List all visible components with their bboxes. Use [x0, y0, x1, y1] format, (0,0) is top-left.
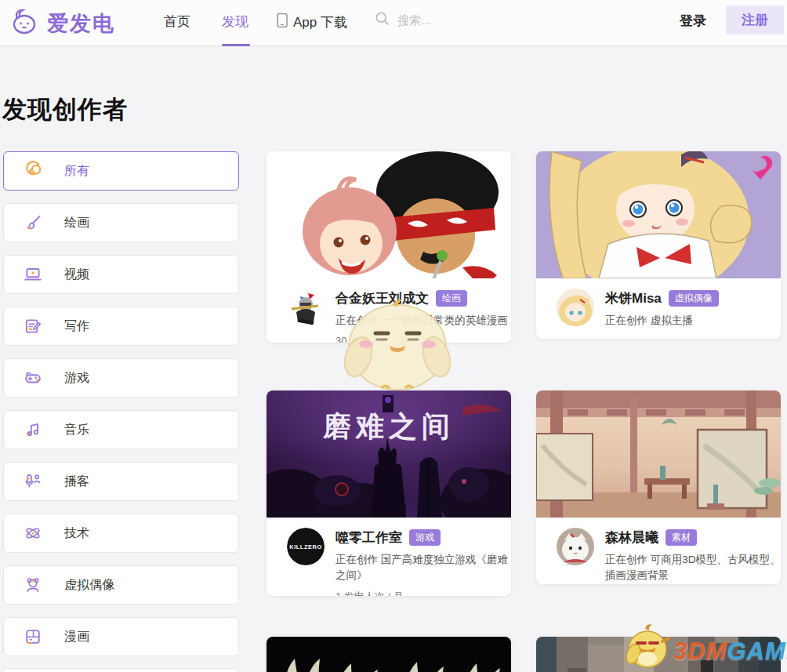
search-input[interactable] [396, 13, 517, 27]
creator-cover-pixelated [536, 637, 781, 672]
avatar [557, 289, 594, 326]
creator-cover-manga-duo [267, 151, 511, 278]
creator-desc: 正在创作 一个幽默日常类的英雄漫画 [335, 313, 511, 329]
brand[interactable]: 爱发电 [9, 7, 115, 40]
category-badge: 虚拟偶像 [669, 290, 719, 307]
creator-info: 森林晨曦 素材 正在创作 可商用3D模型、古风模型、插画漫画背景 [536, 518, 781, 584]
creator-cover-sculpture [267, 637, 511, 672]
creator-card[interactable]: 米饼Misa 虚拟偶像 正在创作 虚拟主播 [536, 151, 781, 339]
music-notes-icon [23, 420, 43, 440]
afdian-logo-icon [9, 7, 39, 40]
creator-card[interactable] [536, 637, 781, 672]
comic-panel-icon [23, 627, 43, 647]
creator-cover-vtuber-sketch [536, 151, 781, 278]
video-laptop-icon [23, 264, 43, 285]
sidebar-item-label: 技术 [64, 525, 89, 542]
sidebar-item-comics[interactable]: 漫画 [3, 617, 239, 656]
creator-desc: 正在创作 虚拟主播 [605, 313, 781, 329]
sidebar-item-label: 视频 [64, 267, 89, 283]
sidebar-item-virtual-idol[interactable]: 虚拟偶像 [3, 565, 239, 605]
podcast-mic-icon [23, 471, 43, 492]
paintbrush-icon [23, 212, 43, 233]
creator-name: 米饼Misa [605, 289, 662, 307]
brand-name: 爱发电 [47, 9, 115, 38]
sidebar-item-label: 漫画 [64, 629, 89, 645]
nav-home[interactable]: 首页 [164, 13, 190, 31]
creator-name: 合金妖王刘成文 [335, 289, 429, 307]
sidebar-item-painting[interactable]: 绘画 [3, 203, 239, 242]
creator-cover-chinese-interior [536, 390, 781, 518]
sidebar-item-technology[interactable]: 技术 [3, 514, 239, 553]
afdian-discover-page: 爱发电 首页 发现 App 下载 登录 注册 发现创 [0, 0, 787, 672]
phone-icon [276, 13, 288, 32]
sidebar-item-all[interactable]: 所有 [3, 151, 239, 191]
nav-app-download[interactable]: App 下载 [276, 13, 347, 32]
sidebar-item-label: 播客 [64, 474, 89, 490]
category-badge: 素材 [666, 529, 697, 546]
swirl-icon [23, 161, 43, 181]
creator-name: 森林晨曦 [605, 529, 658, 547]
sidebar-item-partial[interactable] [3, 668, 239, 672]
page-title: 发现创作者 [2, 93, 128, 126]
gamepad-icon [23, 368, 43, 388]
category-badge: 绘画 [436, 290, 467, 307]
category-badge: 游戏 [409, 529, 441, 546]
header: 爱发电 首页 发现 App 下载 登录 注册 [0, 0, 787, 46]
sidebar-item-label: 虚拟偶像 [64, 577, 114, 594]
sidebar-item-podcast[interactable]: 播客 [3, 462, 239, 501]
sidebar-item-label: 写作 [64, 318, 89, 335]
sidebar-item-label: 音乐 [64, 422, 89, 438]
search-icon [375, 11, 390, 29]
creator-desc: 正在创作 可商用3D模型、古风模型、插画漫画背景 [605, 552, 781, 584]
creator-info: 米饼Misa 虚拟偶像 正在创作 虚拟主播 [536, 278, 781, 336]
creator-cover-dark-game: 磨难之间 [267, 390, 511, 518]
vtuber-girl-icon [23, 575, 43, 595]
sidebar-item-video[interactable]: 视频 [3, 255, 239, 294]
atom-icon [23, 523, 43, 543]
cover-game-title: 磨难之间 [322, 411, 455, 442]
sidebar-item-music[interactable]: 音乐 [3, 410, 239, 449]
creator-info: 合金妖王刘成文 绘画 正在创作 一个幽默日常类的英雄漫画 30 发电人次 / 月 [267, 278, 511, 343]
sidebar-item-label: 绘画 [64, 215, 89, 231]
creator-info: KILLZERO 噬零工作室 游戏 正在创作 国产高难度独立游戏《磨难之间》 1… [267, 518, 511, 596]
creator-desc: 正在创作 国产高难度独立游戏《磨难之间》 [335, 552, 511, 584]
login-link[interactable]: 登录 [680, 12, 706, 30]
nav-discover[interactable]: 发现 [222, 13, 248, 31]
writing-icon [23, 316, 43, 336]
sidebar-item-writing[interactable]: 写作 [3, 307, 239, 346]
sidebar-item-label: 所有 [64, 163, 89, 180]
creator-card[interactable]: 磨难之间 KILLZERO 噬零工作室 游戏 正在创作 国产高难度独立游戏《 [267, 390, 511, 596]
sidebar-item-label: 游戏 [64, 370, 89, 387]
creator-card[interactable]: 合金妖王刘成文 绘画 正在创作 一个幽默日常类的英雄漫画 30 发电人次 / 月 [267, 151, 511, 343]
nav-app-label: App 下载 [293, 13, 347, 31]
creator-name: 噬零工作室 [335, 529, 402, 547]
avatar: KILLZERO [287, 528, 325, 565]
creator-stat: 1 发电人次 / 月 [335, 590, 511, 597]
creator-card[interactable]: 森林晨曦 素材 正在创作 可商用3D模型、古风模型、插画漫画背景 [536, 390, 781, 584]
creator-stat: 30 发电人次 / 月 [335, 334, 511, 343]
avatar [287, 289, 325, 326]
avatar [557, 528, 594, 565]
creator-card[interactable] [267, 637, 511, 672]
search-box [375, 11, 517, 29]
avatar-text: KILLZERO [287, 528, 325, 565]
sidebar-item-games[interactable]: 游戏 [3, 358, 239, 398]
register-button[interactable]: 注册 [726, 5, 784, 35]
